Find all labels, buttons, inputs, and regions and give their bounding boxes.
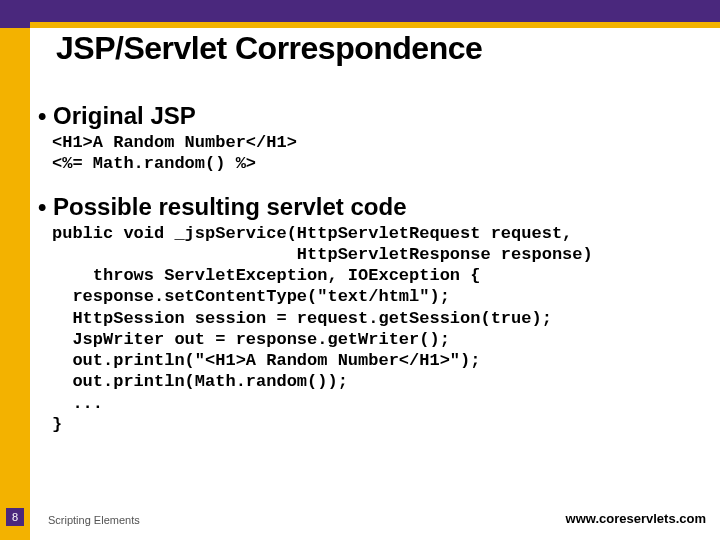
slide-body: • Original JSP <H1>A Random Number</H1> … (38, 96, 698, 435)
footer-url: www.coreservlets.com (566, 511, 706, 526)
code-block-jsp: <H1>A Random Number</H1> <%= Math.random… (52, 132, 698, 175)
bullet-original-jsp: • Original JSP (38, 102, 698, 130)
page-number: 8 (6, 508, 24, 526)
bullet-servlet-code: • Possible resulting servlet code (38, 193, 698, 221)
corner-block (0, 0, 30, 28)
top-accent-bar (0, 0, 720, 22)
code-block-servlet: public void _jspService(HttpServletReque… (52, 223, 698, 436)
left-accent-bar (0, 0, 30, 540)
footer-section-label: Scripting Elements (48, 514, 140, 526)
slide-title: JSP/Servlet Correspondence (56, 30, 482, 67)
